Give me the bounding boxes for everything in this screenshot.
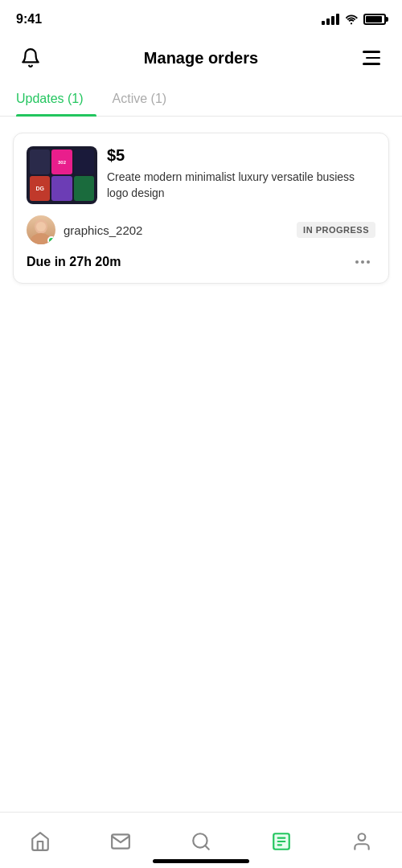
- nav-profile[interactable]: [338, 821, 386, 862]
- seller-avatar: [27, 215, 55, 244]
- tab-updates[interactable]: Updates (1): [16, 84, 96, 116]
- profile-icon: [351, 830, 373, 853]
- messages-icon: [109, 830, 132, 853]
- due-text: Due in 27h 20m: [27, 255, 121, 269]
- online-indicator: [47, 236, 55, 244]
- bell-button[interactable]: [16, 43, 45, 72]
- thumb-cell-2: 302: [51, 149, 72, 174]
- nav-messages[interactable]: [96, 821, 145, 862]
- status-time: 9:41: [16, 12, 42, 27]
- search-icon: [190, 830, 212, 853]
- wifi-icon: [344, 14, 359, 25]
- signal-icon: [322, 14, 339, 25]
- svg-line-4: [205, 845, 209, 850]
- tab-active[interactable]: Active (1): [113, 84, 180, 116]
- battery-icon: [363, 14, 386, 25]
- status-icons: [322, 14, 386, 25]
- nav-home[interactable]: [16, 821, 64, 862]
- hamburger-icon: [363, 51, 380, 65]
- card-thumbnail: 302 DG: [27, 146, 97, 204]
- home-indicator: [153, 859, 249, 863]
- svg-point-2: [36, 222, 46, 231]
- seller-row: graphics_2202 IN PROGRESS: [27, 215, 375, 244]
- seller-name: graphics_2202: [64, 223, 142, 237]
- home-icon: [29, 830, 51, 853]
- nav-orders[interactable]: [257, 821, 306, 862]
- status-badge: IN PROGRESS: [297, 222, 375, 238]
- more-options-button[interactable]: [350, 254, 375, 270]
- thumb-cell-1: [30, 149, 50, 174]
- order-card: 302 DG $5 Create modern minimalist luxur…: [13, 133, 389, 284]
- bell-icon: [20, 47, 41, 68]
- nav-search[interactable]: [177, 821, 225, 862]
- tabs-container: Updates (1) Active (1): [0, 84, 402, 117]
- seller-info: graphics_2202: [27, 215, 142, 244]
- thumb-cell-6: [74, 176, 94, 201]
- thumb-cell-5: [51, 176, 72, 201]
- due-row: Due in 27h 20m: [27, 254, 375, 270]
- svg-point-9: [359, 833, 366, 841]
- thumb-cell-3: [74, 149, 94, 174]
- page-title: Manage orders: [144, 49, 258, 68]
- card-top: 302 DG $5 Create modern minimalist luxur…: [27, 146, 375, 204]
- orders-icon: [270, 830, 293, 853]
- thumb-cell-4: DG: [30, 176, 50, 201]
- card-description: Create modern minimalist luxury versatil…: [107, 170, 375, 201]
- card-info: $5 Create modern minimalist luxury versa…: [107, 146, 375, 204]
- header: Manage orders: [0, 35, 402, 84]
- content-area: 302 DG $5 Create modern minimalist luxur…: [0, 117, 402, 300]
- card-price: $5: [107, 146, 375, 165]
- menu-button[interactable]: [357, 43, 386, 72]
- status-bar: 9:41: [0, 0, 402, 35]
